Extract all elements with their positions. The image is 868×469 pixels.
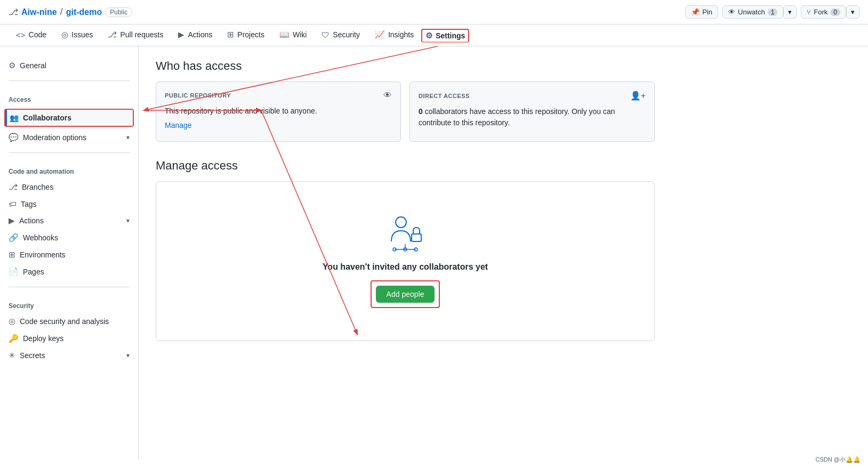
pin-icon: 📌 — [691, 8, 700, 16]
tab-actions[interactable]: ▶ Actions — [171, 25, 220, 46]
access-cards-row: PUBLIC REPOSITORY 👁 This repository is p… — [156, 82, 655, 142]
unwatch-dropdown[interactable]: ▾ — [783, 5, 797, 19]
actions-sidebar-icon: ▶ — [9, 216, 15, 225]
watermark: CSDN @小🔔🔔 — [813, 455, 864, 459]
sidebar-item-webhooks[interactable]: 🔗 Webhooks — [0, 229, 138, 246]
sidebar-item-deploy-keys[interactable]: 🔑 Deploy keys — [0, 330, 138, 347]
fork-button[interactable]: ⑂ Fork 0 — [801, 5, 846, 19]
issues-icon: ◎ — [61, 30, 68, 39]
insights-icon: 📈 — [375, 30, 385, 39]
sidebar-item-branches[interactable]: ⎇ Branches — [0, 179, 138, 196]
fork-icon: ⑂ — [807, 8, 811, 16]
pr-icon: ⎇ — [108, 30, 117, 39]
eye-card-icon: 👁 — [383, 91, 392, 100]
chevron-down-icon: ▾ — [126, 134, 130, 141]
top-bar: ⎇ Aiw-nine / git-demo Public 📌 Pin 👁 Unw… — [0, 0, 868, 25]
manage-access-title: Manage access — [156, 159, 655, 173]
settings-icon: ⚙ — [425, 31, 432, 41]
tab-pull-requests[interactable]: ⎇ Pull requests — [100, 25, 171, 46]
add-people-box: Add people — [371, 280, 440, 308]
direct-access-label: DIRECT ACCESS — [419, 93, 470, 99]
gear-icon: ⚙ — [9, 61, 15, 70]
tab-wiki[interactable]: 📖 Wiki — [272, 25, 314, 46]
eye-icon: 👁 — [728, 8, 735, 16]
moderation-icon: 💬 — [9, 133, 19, 142]
tag-icon: 🏷 — [9, 199, 17, 208]
direct-access-text: 0 collaborators have access to this repo… — [419, 106, 646, 128]
public-card-header: PUBLIC REPOSITORY 👁 — [165, 91, 392, 100]
security-icon: 🛡 — [322, 30, 329, 39]
branch-icon: ⎇ — [9, 182, 18, 192]
public-badge: Public — [105, 7, 132, 17]
sidebar-item-collaborators[interactable]: 👥 Collaborators — [5, 110, 133, 126]
code-automation-title: Code and automation — [0, 159, 138, 179]
chevron-down-icon-3: ▾ — [126, 352, 130, 359]
unwatch-count: 1 — [768, 9, 778, 16]
wiki-icon: 📖 — [279, 30, 290, 39]
sidebar-item-moderation[interactable]: 💬 Moderation options ▾ — [0, 129, 138, 146]
main-layout: ⚙ General Access 👥 Collaborators 💬 Moder… — [0, 46, 868, 459]
tab-issues[interactable]: ◎ Issues — [54, 25, 100, 46]
sidebar-item-secrets[interactable]: ✳ Secrets ▾ — [0, 347, 138, 364]
public-repo-text: This repository is public and visible to… — [165, 106, 392, 117]
sidebar-item-actions[interactable]: ▶ Actions ▾ — [0, 212, 138, 229]
sidebar-item-pages[interactable]: 📄 Pages — [0, 263, 138, 280]
person-add-icon: 👤+ — [630, 91, 646, 101]
manage-link[interactable]: Manage — [165, 121, 192, 130]
sidebar-item-environments[interactable]: ⊞ Environments — [0, 246, 138, 263]
public-repo-label: PUBLIC REPOSITORY — [165, 92, 231, 99]
webhook-icon: 🔗 — [9, 233, 19, 242]
sidebar: ⚙ General Access 👥 Collaborators 💬 Moder… — [0, 46, 139, 459]
sidebar-item-tags[interactable]: 🏷 Tags — [0, 196, 138, 212]
pages-icon: 📄 — [9, 267, 19, 277]
tab-security[interactable]: 🛡 Security — [314, 25, 367, 46]
collaborator-illustration — [384, 215, 427, 254]
empty-state-title: You haven't invited any collaborators ye… — [323, 262, 488, 272]
add-people-button[interactable]: Add people — [376, 286, 435, 303]
chevron-down-icon-2: ▾ — [126, 217, 130, 224]
key-icon: 🔑 — [9, 334, 19, 343]
main-content: Who has access PUBLIC REPOSITORY 👁 This … — [139, 46, 672, 459]
direct-card-header: DIRECT ACCESS 👤+ — [419, 91, 646, 101]
unwatch-button[interactable]: 👁 Unwatch 1 — [722, 5, 783, 19]
repo-separator: / — [60, 6, 63, 18]
environment-icon: ⊞ — [9, 250, 15, 260]
fork-dropdown[interactable]: ▾ — [846, 5, 859, 19]
repo-title: ⎇ Aiw-nine / git-demo Public — [9, 6, 132, 18]
svg-rect-1 — [412, 234, 421, 241]
pin-button[interactable]: 📌 Pin — [685, 5, 718, 19]
repo-link[interactable]: git-demo — [66, 7, 102, 17]
repo-icon: ⎇ — [9, 7, 18, 17]
svg-point-0 — [396, 217, 406, 228]
divider-3 — [9, 287, 130, 287]
org-link[interactable]: Aiw-nine — [21, 7, 57, 17]
collaborators-box: 👥 Collaborators — [4, 109, 134, 127]
divider-1 — [9, 80, 130, 81]
tab-code[interactable]: <> Code — [9, 25, 54, 46]
sidebar-item-code-security[interactable]: ◎ Code security and analysis — [0, 313, 138, 330]
tab-settings[interactable]: ⚙ Settings — [421, 29, 469, 43]
people-icon: 👥 — [10, 114, 19, 122]
fork-count: 0 — [830, 9, 840, 16]
secrets-icon: ✳ — [9, 351, 15, 360]
tab-insights[interactable]: 📈 Insights — [367, 25, 421, 46]
who-has-access-title: Who has access — [156, 59, 655, 73]
security-section-title: Security — [0, 294, 138, 313]
access-section-title: Access — [0, 87, 138, 107]
actions-icon: ▶ — [178, 30, 184, 39]
top-actions: 📌 Pin 👁 Unwatch 1 ▾ ⑂ Fork 0 ▾ — [685, 5, 859, 19]
code-icon: <> — [16, 30, 26, 39]
empty-state: You haven't invited any collaborators ye… — [312, 193, 499, 329]
tab-projects[interactable]: ⊞ Projects — [220, 25, 272, 46]
nav-tabs: <> Code ◎ Issues ⎇ Pull requests ▶ Actio… — [0, 25, 868, 46]
projects-icon: ⊞ — [227, 30, 234, 39]
collaborator-count: 0 — [419, 107, 423, 116]
direct-access-card: DIRECT ACCESS 👤+ 0 collaborators have ac… — [409, 82, 655, 142]
sidebar-item-general[interactable]: ⚙ General — [0, 57, 138, 74]
divider-2 — [9, 152, 130, 153]
code-security-icon: ◎ — [9, 317, 15, 326]
manage-access-box: You haven't invited any collaborators ye… — [156, 181, 655, 341]
public-repo-card: PUBLIC REPOSITORY 👁 This repository is p… — [156, 82, 401, 142]
